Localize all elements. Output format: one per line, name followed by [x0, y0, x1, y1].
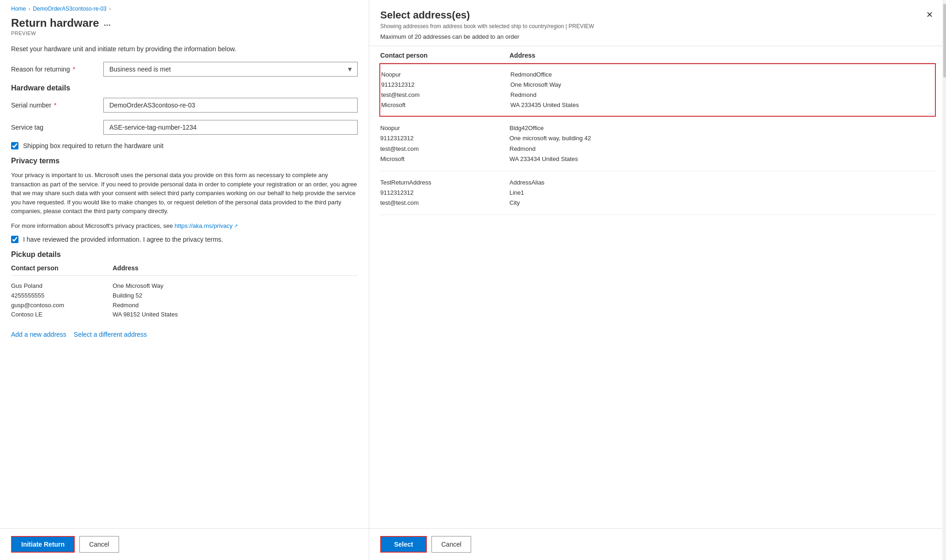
- addr1-contact-company: Microsoft: [381, 100, 510, 110]
- privacy-agree-label[interactable]: I have reviewed the provided information…: [23, 236, 223, 243]
- service-tag-label: Service tag: [11, 124, 103, 131]
- external-link-icon: ↗: [234, 222, 238, 229]
- service-tag-input[interactable]: [103, 120, 358, 135]
- serial-input[interactable]: [103, 98, 358, 113]
- addr2-addr-name: Bldg42Office: [509, 123, 935, 133]
- page-title-ellipsis[interactable]: ...: [104, 18, 111, 28]
- pickup-address-header: Address: [113, 264, 358, 272]
- addr3-addr-line2: City: [509, 198, 935, 208]
- reason-dropdown-wrapper: Business need is met ▼: [103, 62, 358, 77]
- addr2-contact-phone: 9112312312: [380, 133, 509, 143]
- address-row-2[interactable]: Noopur 9112312312 test@test.com Microsof…: [380, 117, 935, 171]
- right-header: Select address(es) Showing addresses fro…: [369, 0, 946, 46]
- page-title-area: Return hardware ... PREVIEW: [0, 15, 369, 38]
- shipping-checkbox-row: Shipping box required to return the hard…: [11, 142, 358, 149]
- addr2-contact-name: Noopur: [380, 123, 509, 133]
- close-button[interactable]: ✕: [922, 7, 937, 22]
- reason-control-wrapper: Business need is met ▼: [103, 62, 358, 77]
- address-3-contact: TestReturnAddress 9112312312 test@test.c…: [380, 178, 509, 208]
- addr2-addr-line3: WA 233434 United States: [509, 154, 935, 164]
- serial-row: Serial number *: [11, 98, 358, 113]
- description-text: Reset your hardware unit and initiate re…: [11, 45, 358, 53]
- address-row-1[interactable]: Noopur 9112312312 test@test.com Microsof…: [379, 63, 936, 117]
- left-cancel-button[interactable]: Cancel: [79, 536, 119, 553]
- page-title-text: Return hardware: [11, 17, 99, 30]
- right-cancel-button[interactable]: Cancel: [431, 536, 471, 553]
- right-max-note: Maximum of 20 addresses can be added to …: [380, 33, 935, 40]
- pickup-table: Contact person Address Gus Poland 425555…: [11, 264, 358, 325]
- select-button[interactable]: Select: [380, 536, 427, 553]
- pickup-table-header: Contact person Address: [11, 264, 358, 276]
- service-tag-row: Service tag: [11, 120, 358, 135]
- address-3-address: AddressAlias Line1 City: [509, 178, 935, 208]
- breadcrumb-chevron1: ›: [29, 6, 30, 12]
- address-2-address: Bldg42Office One microsoft way, building…: [509, 123, 935, 164]
- service-tag-control-wrapper: [103, 120, 358, 135]
- addr2-addr-line2: Redmond: [509, 144, 935, 154]
- add-new-address-button[interactable]: Add a new address: [11, 331, 66, 338]
- privacy-agree-row: I have reviewed the provided information…: [11, 236, 358, 243]
- shipping-checkbox[interactable]: [11, 142, 18, 149]
- addr2-contact-company: Microsoft: [380, 154, 509, 164]
- pickup-name: Gus Poland: [11, 281, 113, 291]
- privacy-link[interactable]: https://aka.ms/privacy ↗: [174, 221, 238, 231]
- breadcrumb-chevron2: ›: [109, 6, 111, 12]
- pickup-phone: 4255555555: [11, 291, 113, 301]
- pickup-table-row: Gus Poland 4255555555 gusp@contoso.com C…: [11, 276, 358, 325]
- pickup-actions: Add a new address Select a different add…: [11, 331, 358, 338]
- addr1-addr-line3: WA 233435 United States: [510, 100, 934, 110]
- right-content: Contact person Address Noopur 9112312312…: [369, 46, 946, 528]
- pickup-section: Pickup details Contact person Address Gu…: [11, 250, 358, 338]
- breadcrumb-order[interactable]: DemoOrderAS3contoso-re-03: [33, 6, 106, 12]
- privacy-text1: Your privacy is important to us. Microso…: [11, 171, 358, 216]
- addr2-addr-line1: One microsoft way, building 42: [509, 133, 935, 143]
- reason-row: Reason for returning * Business need is …: [11, 62, 358, 77]
- address-2-contact: Noopur 9112312312 test@test.com Microsof…: [380, 123, 509, 164]
- pickup-address-info: One Microsoft Way Building 52 Redmond WA…: [113, 281, 358, 320]
- pickup-addr3: Redmond: [113, 301, 358, 310]
- pickup-company: Contoso LE: [11, 310, 113, 320]
- addr-address-header: Address: [509, 52, 935, 59]
- addr1-contact-name: Noopur: [381, 70, 510, 80]
- initiate-return-button[interactable]: Initiate Return: [11, 536, 75, 553]
- pickup-section-title: Pickup details: [11, 250, 358, 259]
- addr3-contact-phone: 9112312312: [380, 188, 509, 198]
- right-scrollbar[interactable]: [942, 0, 946, 560]
- addr1-contact-email: test@test.com: [381, 90, 510, 100]
- select-different-address-button[interactable]: Select a different address: [74, 331, 147, 338]
- addr3-addr-name: AddressAlias: [509, 178, 935, 188]
- address-row-3[interactable]: TestReturnAddress 9112312312 test@test.c…: [380, 171, 935, 215]
- breadcrumb: Home › DemoOrderAS3contoso-re-03 ›: [0, 0, 369, 15]
- addr2-contact-email: test@test.com: [380, 144, 509, 154]
- privacy-checkbox[interactable]: [11, 236, 18, 243]
- privacy-section-title: Privacy terms: [11, 157, 358, 165]
- right-panel: Select address(es) Showing addresses fro…: [369, 0, 946, 560]
- address-1-address: RedmondOffice One Microsoft Way Redmond …: [510, 70, 934, 110]
- reason-required-star: *: [71, 66, 75, 73]
- breadcrumb-home[interactable]: Home: [11, 6, 26, 12]
- right-footer: Select Cancel: [369, 528, 946, 560]
- right-title: Select address(es): [380, 9, 935, 21]
- preview-badge: PREVIEW: [11, 30, 358, 36]
- serial-label: Serial number *: [11, 101, 103, 109]
- address-table-header: Contact person Address: [380, 46, 935, 63]
- addr1-addr-name: RedmondOffice: [510, 70, 934, 80]
- hardware-section-title: Hardware details: [11, 84, 358, 92]
- reason-label: Reason for returning *: [11, 66, 103, 73]
- addr1-addr-line1: One Microsoft Way: [510, 80, 934, 90]
- page-title: Return hardware ...: [11, 17, 358, 30]
- serial-control-wrapper: [103, 98, 358, 113]
- addr-contact-header: Contact person: [380, 52, 509, 59]
- pickup-addr2: Building 52: [113, 291, 358, 301]
- pickup-contact-info: Gus Poland 4255555555 gusp@contoso.com C…: [11, 281, 113, 320]
- address-1-contact: Noopur 9112312312 test@test.com Microsof…: [381, 70, 510, 110]
- addr3-contact-name: TestReturnAddress: [380, 178, 509, 188]
- left-footer: Initiate Return Cancel: [0, 528, 369, 560]
- pickup-addr1: One Microsoft Way: [113, 281, 358, 291]
- pickup-contact-header: Contact person: [11, 264, 113, 272]
- left-panel: Home › DemoOrderAS3contoso-re-03 › Retur…: [0, 0, 369, 560]
- pickup-email: gusp@contoso.com: [11, 301, 113, 310]
- addr3-addr-line1: Line1: [509, 188, 935, 198]
- shipping-checkbox-label[interactable]: Shipping box required to return the hard…: [23, 142, 163, 149]
- reason-dropdown[interactable]: Business need is met: [103, 62, 358, 77]
